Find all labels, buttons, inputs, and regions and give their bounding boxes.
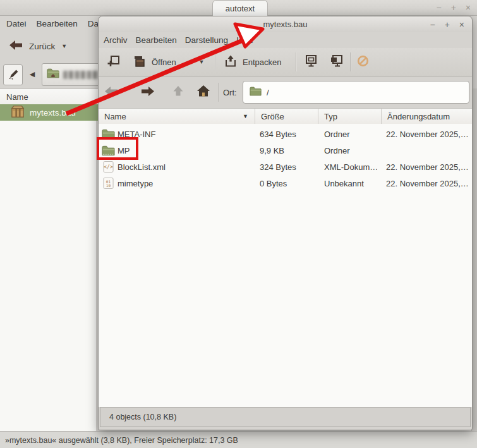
column-label: Typ [324,112,337,121]
column-header-size[interactable]: Größe [255,109,318,124]
column-label: Name [104,112,126,121]
extract-icon [224,54,238,70]
home-folder-icon [47,68,59,81]
open-button-label: Öffnen [152,58,176,67]
table-row[interactable]: META-INF 634 Bytes Ordner 22. November 2… [99,126,472,142]
file-type: Ordner [324,126,349,142]
back-history-caret-icon[interactable]: ▼ [61,43,67,49]
bg-column-name: Name [6,92,28,102]
sort-descending-icon: ▼ [243,113,248,119]
edit-location-button[interactable] [3,64,23,85]
selected-file-name: mytexts.bau [30,108,76,118]
monitor-window-icon [304,54,319,71]
file-size: 0 Bytes [260,175,287,191]
add-files-icon [107,54,121,70]
column-label: Änderungsdatum [387,112,450,121]
selected-file-row[interactable]: mytexts.bau [0,104,106,121]
nav-home-button[interactable] [194,83,213,102]
pencil-icon [8,68,19,82]
toolbar-separator [296,52,297,71]
caret-down-icon: ▼ [199,59,205,65]
open-archive-button[interactable]: Öffnen [130,51,193,73]
collapse-path-button[interactable]: ◀ [25,64,40,84]
toolbar-separator [350,52,351,71]
table-row[interactable]: MP 9,9 KB Ordner [99,142,472,159]
menu-datei[interactable]: Datei [6,19,27,28]
file-type: Ordner [324,142,349,159]
bg-window-title: autotext [212,0,268,16]
folder-icon [250,87,262,98]
collapse-left-icon: ◀ [30,70,35,78]
toolbar-separator [215,52,216,71]
table-row[interactable]: 01 10 mimetype 0 Bytes Unbekannt 22. Nov… [99,175,472,191]
open-archive-icon [133,54,147,70]
stop-slashed-circle-icon [356,54,370,70]
add-files-button[interactable] [102,51,125,73]
bg-status-text: »mytexts.bau« ausgewählt (3,8 KB), Freie… [5,436,238,445]
close-button[interactable]: × [459,20,464,30]
archive-titlebar[interactable]: mytexts.bau [99,16,472,32]
column-header-type[interactable]: Typ [318,109,382,124]
nav-forward-icon [141,86,155,99]
back-button-label: Zurück [29,42,55,51]
minimize-button[interactable]: − [430,20,435,30]
nav-back-button[interactable] [102,83,121,102]
bg-window-controls: − + × [436,0,471,15]
archive-window-controls: − + × [430,16,464,32]
archive-box-icon [10,105,25,121]
maximize-button[interactable]: + [445,20,450,30]
menu-bearbeiten[interactable]: Bearbeiten [37,19,78,28]
view-archive-contents-button[interactable] [299,51,323,73]
file-modified: 22. November 2025,… [386,126,469,142]
file-size: 9,9 KB [260,142,284,159]
location-label: Ort: [223,76,237,108]
annotation-highlight-rect [97,137,138,160]
file-type: XML-Dokum… [324,159,378,175]
menu-hilfe[interactable]: Hilfe [236,35,253,45]
bg-statusbar: »mytexts.bau« ausgewählt (3,8 KB), Freie… [0,431,477,448]
maximize-button[interactable]: + [451,3,456,13]
close-button[interactable]: × [466,3,471,13]
file-name: mimetype [118,175,153,191]
column-header-modified[interactable]: Änderungsdatum [382,109,472,124]
svg-text:10: 10 [106,183,111,188]
view-selected-file-button[interactable] [325,51,349,73]
bg-list-area[interactable] [0,121,96,431]
location-field[interactable]: / [243,81,469,104]
archive-file-list[interactable]: META-INF 634 Bytes Ordner 22. November 2… [99,124,472,407]
file-name: BlockList.xml [118,159,166,175]
xml-document-icon: </> [103,159,114,175]
file-modified: 22. November 2025,… [386,159,469,175]
breadcrumb-button[interactable] [42,63,106,86]
nav-up-button[interactable] [169,83,188,102]
menu-bearbeiten[interactable]: Bearbeiten [136,35,177,45]
archive-status-text: 4 objects (10,8 KB) [109,413,176,421]
archive-navbar: Ort: / [99,76,472,108]
menu-archiv[interactable]: Archiv [104,35,128,45]
nav-up-icon [172,85,184,99]
archive-statusbar: 4 objects (10,8 KB) [100,407,471,427]
minimize-button[interactable]: − [436,3,441,13]
nav-forward-button[interactable] [138,83,157,102]
svg-text:</>: </> [104,164,113,170]
breadcrumb-label-redacted [63,71,100,79]
file-modified: 22. November 2025,… [386,175,469,191]
archive-manager-window: mytexts.bau − + × Archiv Bearbeiten Dars… [98,16,473,430]
archive-toolbar: Öffnen ▼ Entpacken [99,48,472,77]
nav-back-icon [104,86,118,99]
bg-list-header[interactable]: Name [0,88,103,105]
table-header: Name ▼ Größe Typ Änderungsdatum [99,108,472,125]
extract-button[interactable]: Entpacken [221,51,293,73]
archive-window-title: mytexts.bau [263,20,307,29]
back-button[interactable]: Zurück ▼ [5,36,71,56]
bg-window-titlebar[interactable]: autotext − + × [0,0,477,16]
column-header-name[interactable]: Name ▼ [99,109,255,124]
file-type: Unbekannt [324,175,364,191]
location-value: / [267,88,269,97]
stop-button[interactable] [353,51,373,73]
menu-darstellung[interactable]: Darstellung [185,35,228,45]
nav-home-icon [196,85,210,100]
table-row[interactable]: </> BlockList.xml 324 Bytes XML-Dokum… 2… [99,159,472,175]
extract-button-label: Entpacken [243,58,281,67]
open-recent-caret-button[interactable]: ▼ [193,51,210,73]
